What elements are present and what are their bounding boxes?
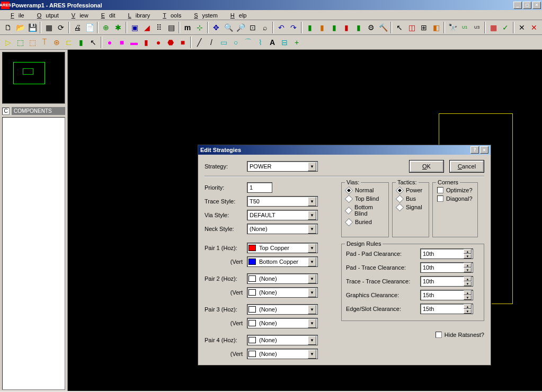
chip-icon[interactable]: ⬚ (14, 37, 26, 48)
marker-icon[interactable]: + (291, 37, 303, 48)
circle-pad-icon[interactable]: ● (104, 37, 115, 48)
route-icon[interactable]: ◫ (406, 22, 417, 33)
track-icon[interactable]: ⊏ (63, 37, 75, 48)
play-icon[interactable]: ▷ (2, 37, 14, 48)
pair2-h-select[interactable]: (None)▼ (247, 273, 318, 284)
block3-icon[interactable]: ▮ (328, 22, 340, 33)
components-letter[interactable]: C (2, 108, 10, 115)
maximize-button[interactable]: □ (523, 2, 531, 9)
circle2d-icon[interactable]: ○ (230, 37, 242, 48)
dialog-help-button[interactable]: ? (470, 146, 479, 154)
rect-pad-icon[interactable]: ▬ (128, 37, 140, 48)
via-topblind-radio[interactable]: Top Blind (346, 195, 384, 202)
binoculars-icon[interactable]: 🔭 (447, 22, 458, 33)
rule4-input[interactable]: 15th▲▼ (420, 304, 473, 314)
tactic-bus-radio[interactable]: Bus (397, 195, 424, 202)
menu-output[interactable]: Output (29, 11, 63, 19)
pcb-canvas[interactable]: Edit Strategies ? × Strategy: POWER ▼ OK… (68, 50, 542, 391)
trace-style-select[interactable]: T50▼ (247, 196, 318, 207)
arc2d-icon[interactable]: ⌒ (242, 37, 254, 48)
grid-origin-icon[interactable]: ⊕ (100, 22, 112, 33)
output-icon[interactable]: 📄 (84, 22, 95, 33)
save-icon[interactable]: 💾 (26, 22, 38, 33)
rule3-input[interactable]: 15th▲▼ (420, 290, 473, 300)
redraw-icon[interactable]: ⟳ (55, 22, 67, 33)
flip-icon[interactable]: ▦ (43, 22, 55, 33)
cursor-icon[interactable]: ↖ (87, 37, 99, 48)
snap-icon[interactable]: ⊹ (194, 22, 206, 33)
pair1-h-select[interactable]: Top Copper▼ (247, 243, 318, 253)
redo-icon[interactable]: ↷ (288, 22, 299, 33)
net-icon[interactable]: ⊞ (418, 22, 430, 33)
rule1-input[interactable]: 10th▲▼ (420, 262, 473, 273)
menu-tools[interactable]: Tools (154, 11, 185, 19)
pair1-v-select[interactable]: Bottom Copper▼ (247, 256, 318, 267)
u3-icon[interactable]: U3 (471, 22, 483, 33)
undo-icon[interactable]: ↶ (276, 22, 287, 33)
neck-style-select[interactable]: (None)▼ (247, 224, 318, 234)
new-icon[interactable]: 🗋 (2, 22, 14, 33)
hide-ratsnest-checkbox[interactable]: Hide Ratsnest? (436, 332, 484, 338)
pair2-v-select[interactable]: (None)▼ (247, 287, 318, 298)
symbol-icon[interactable]: ⊟ (279, 37, 290, 48)
m-icon[interactable]: m (182, 22, 193, 33)
zoom-all-icon[interactable]: ⊡ (247, 22, 259, 33)
pair3-v-select[interactable]: (None)▼ (247, 318, 318, 328)
u1-icon[interactable]: U1 (459, 22, 470, 33)
ok-button[interactable]: OK (410, 161, 443, 172)
mark2-icon[interactable]: ✕ (528, 22, 540, 33)
square-pad-icon[interactable]: ■ (116, 37, 128, 48)
layers-icon[interactable]: ▣ (129, 22, 140, 33)
grid-icon[interactable]: ✱ (112, 22, 124, 33)
optimize-checkbox[interactable]: Optimize? (437, 187, 473, 193)
path2d-icon[interactable]: ⌇ (254, 37, 266, 48)
pan-icon[interactable]: ✥ (210, 22, 222, 33)
menu-system[interactable]: System (185, 11, 222, 19)
menu-help[interactable]: Help (222, 11, 251, 19)
open-icon[interactable]: 📂 (14, 22, 26, 33)
dialog-close-button[interactable]: × (480, 146, 488, 154)
menu-library[interactable]: Library (120, 11, 155, 19)
metric-icon[interactable]: ◢ (141, 22, 153, 33)
rect2d-icon[interactable]: ▭ (218, 37, 229, 48)
block4-icon[interactable]: ▮ (341, 22, 352, 33)
dots-icon[interactable]: ⠿ (153, 22, 165, 33)
block-icon[interactable]: ▮ (304, 22, 316, 33)
via-normal-radio[interactable]: Normal (346, 187, 384, 193)
check-icon[interactable]: ◧ (430, 22, 442, 33)
pad-icon[interactable]: ⟙ (39, 37, 50, 48)
zoom-in-icon[interactable]: 🔍 (223, 22, 234, 33)
print-icon[interactable]: 🖨 (72, 22, 83, 33)
via-bottomblind-radio[interactable]: Bottom Blind (346, 204, 384, 217)
menu-edit[interactable]: Edit (93, 11, 120, 19)
round-pad-icon[interactable]: ▮ (140, 37, 152, 48)
hammer-icon[interactable]: 🔨 (377, 22, 389, 33)
text2d-icon[interactable]: A (266, 37, 278, 48)
rule0-input[interactable]: 10th▲▼ (420, 248, 473, 259)
smt-pad-icon[interactable]: ■ (177, 37, 189, 48)
via-style-select[interactable]: DEFAULT▼ (247, 210, 318, 220)
block5-icon[interactable]: ▮ (353, 22, 365, 33)
drc-icon[interactable]: ✓ (500, 22, 511, 33)
tool-icon[interactable]: ⚙ (365, 22, 377, 33)
oval-pad-icon[interactable]: ● (153, 37, 164, 48)
diagonal-checkbox[interactable]: Diagonal? (437, 195, 473, 202)
via-icon[interactable]: ⊛ (51, 37, 63, 48)
colors-icon[interactable]: ▤ (165, 22, 177, 33)
zone-icon[interactable]: ▮ (75, 37, 87, 48)
menu-view[interactable]: View (63, 11, 93, 19)
minimize-button[interactable]: _ (513, 2, 522, 9)
components-list[interactable] (2, 117, 65, 390)
mark1-icon[interactable]: ✕ (516, 22, 528, 33)
pair3-h-select[interactable]: (None)▼ (247, 304, 318, 315)
menu-file[interactable]: File (2, 11, 29, 19)
arrow-icon[interactable]: ↖ (394, 22, 405, 33)
board-preview[interactable] (2, 52, 65, 104)
poly-pad-icon[interactable]: ⬣ (165, 37, 176, 48)
via-buried-radio[interactable]: Buried (346, 219, 384, 225)
board-icon[interactable]: ▦ (487, 22, 499, 33)
pair4-v-select[interactable]: (None)▼ (247, 349, 318, 359)
block2-icon[interactable]: ▮ (316, 22, 328, 33)
cancel-button[interactable]: Cancel (450, 161, 484, 172)
line2d-icon[interactable]: ╱ (193, 37, 205, 48)
